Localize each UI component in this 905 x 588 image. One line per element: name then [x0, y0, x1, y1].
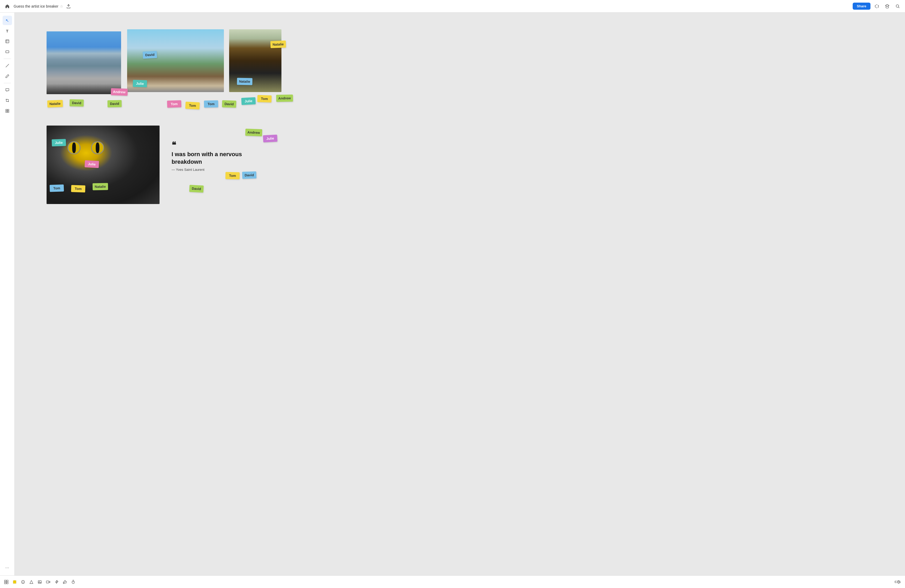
- sticky-andrew-3[interactable]: Andrew: [245, 129, 262, 136]
- pencil-tool[interactable]: [3, 72, 12, 81]
- cursor-tool[interactable]: ↖: [3, 16, 12, 25]
- svg-line-3: [6, 64, 9, 67]
- sticky-david-6[interactable]: David: [189, 185, 203, 193]
- rectangle-tool[interactable]: [3, 47, 12, 57]
- left-toolbar: ↖ T ···: [0, 13, 15, 294]
- quote-text: I was born with a nervous breakdown: [171, 151, 271, 165]
- sticky-david-5[interactable]: David: [242, 171, 257, 179]
- sticky-andrew-2[interactable]: Andrew: [276, 94, 293, 102]
- page-title: Guess the artist ice breaker: [14, 4, 58, 8]
- star-icon[interactable]: ☆: [60, 4, 63, 8]
- sticky-tom-1[interactable]: Tom: [167, 100, 181, 108]
- svg-rect-6: [6, 111, 7, 113]
- frame-tool[interactable]: [3, 37, 12, 46]
- svg-rect-5: [8, 109, 9, 111]
- text-tool[interactable]: T: [3, 26, 12, 36]
- quote-marks: ❝: [171, 141, 271, 149]
- sticky-julie-3[interactable]: Julie: [52, 139, 66, 146]
- comment-tool[interactable]: [3, 85, 12, 95]
- svg-rect-1: [6, 40, 9, 43]
- line-tool[interactable]: [3, 61, 12, 70]
- canvas: ❝ I was born with a nervous breakdown — …: [15, 13, 452, 294]
- sticky-julie-4[interactable]: Julie: [84, 161, 99, 168]
- sticky-natalie-1[interactable]: Natalie: [48, 100, 63, 108]
- sticky-tom-6[interactable]: Tom: [71, 185, 86, 192]
- sticky-tom-3[interactable]: Tom: [204, 100, 218, 108]
- sticky-andrew-1[interactable]: Andrew: [111, 88, 128, 96]
- sticky-david-4[interactable]: David: [222, 100, 237, 108]
- sticky-tom-7[interactable]: Tom: [225, 172, 240, 180]
- sticky-tom-4[interactable]: Tom: [257, 95, 272, 103]
- svg-rect-2: [6, 51, 9, 53]
- sticky-david-2[interactable]: David: [70, 99, 84, 107]
- home-button[interactable]: [3, 2, 11, 11]
- sticky-tom-5[interactable]: Tom: [50, 184, 64, 192]
- sticky-julie-2[interactable]: Julie: [241, 97, 256, 105]
- sticky-julie-1[interactable]: Julie: [133, 80, 147, 87]
- sticky-david-1[interactable]: David: [143, 51, 157, 59]
- sticky-natalie-2[interactable]: Natalie: [270, 41, 286, 48]
- sticky-tom-2[interactable]: Tom: [185, 102, 200, 110]
- sticky-natalie-4[interactable]: Natalie: [93, 183, 108, 190]
- title-area: Guess the artist ice breaker ☆: [14, 4, 63, 8]
- quote-attribution: — Yves Saint Laurent: [171, 168, 271, 172]
- svg-rect-4: [6, 109, 7, 111]
- photo-building: [46, 32, 121, 94]
- sticky-julie-5[interactable]: Julie: [263, 135, 277, 143]
- component-tool[interactable]: [3, 106, 12, 116]
- canvas-inner: ❝ I was born with a nervous breakdown — …: [15, 13, 452, 294]
- svg-rect-7: [8, 111, 9, 113]
- quote-area: ❝ I was born with a nervous breakdown — …: [171, 141, 271, 172]
- export-button[interactable]: [65, 3, 72, 10]
- sticky-david-3[interactable]: David: [108, 100, 122, 108]
- sticky-natalie-3[interactable]: Natalie: [237, 78, 252, 85]
- header: Guess the artist ice breaker ☆ Share: [0, 0, 452, 13]
- photo-cat: [46, 126, 160, 204]
- crop-tool[interactable]: [3, 96, 12, 105]
